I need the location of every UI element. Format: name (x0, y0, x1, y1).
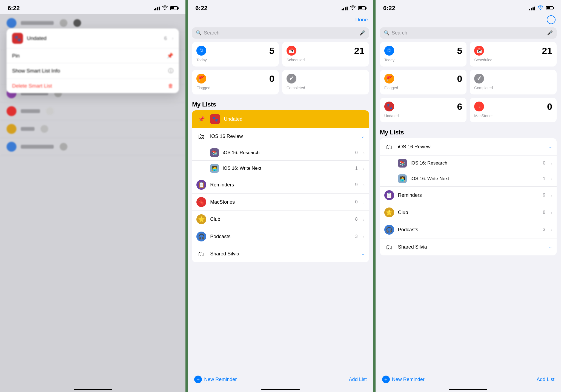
context-count: 6 (164, 35, 167, 41)
scheduled-icon-3: 📅 (474, 46, 484, 56)
podcasts-name-2: Podcasts (210, 234, 351, 240)
wifi-icon-3 (537, 5, 543, 11)
ios16review-item-2[interactable]: 🗂 iOS 16 Review ⌄ (192, 128, 369, 145)
blurred-background: 🐾 Undated 6 › Pin 📌 Show Smart List Info… (0, 14, 185, 389)
research-item-3[interactable]: 📚 iOS 16: Research 0 › (380, 155, 557, 171)
macstories-count-card-3: 0 (547, 102, 552, 111)
podcasts-chevron-2: › (363, 234, 365, 239)
club-count-2: 8 (355, 217, 357, 222)
ios16-icon-3: 🗂 (384, 142, 394, 152)
time-1: 6:22 (8, 5, 20, 12)
panel-3-header: ··· (376, 14, 561, 25)
pin-icon-undated-2: 📌 (196, 114, 206, 124)
mic-icon-3[interactable]: 🎤 (547, 30, 553, 36)
writenext-item-2[interactable]: 🧑‍💻 iOS 16: Write Next 1 › (192, 161, 369, 176)
my-lists-title-2: My Lists (188, 100, 373, 110)
context-menu-card: 🐾 Undated 6 › Pin 📌 Show Smart List Info… (7, 28, 179, 93)
flagged-label-2: Flagged (196, 86, 274, 90)
lists-section-3: 🗂 iOS 16 Review ⌄ 📚 iOS 16: Research 0 ›… (376, 138, 561, 372)
search-bar-2[interactable]: 🔍 Search 🎤 (192, 27, 369, 39)
add-list-button-2[interactable]: Add List (349, 377, 367, 382)
today-label-3: Today (384, 58, 462, 62)
sharedsilvia-chevron-3: ⌄ (549, 244, 552, 249)
card-today-3[interactable]: 🗓 5 Today (380, 42, 467, 67)
today-icon-3: 🗓 (384, 46, 394, 56)
time-2: 6:22 (195, 5, 207, 12)
highlighted-undated-2[interactable]: 📌 🐾 Undated (192, 110, 369, 128)
card-flagged-3[interactable]: 🚩 0 Flagged (380, 70, 467, 94)
ios16-chevron-3: ⌄ (549, 144, 552, 149)
search-bar-3[interactable]: 🔍 Search 🎤 (380, 27, 557, 39)
home-indicator-1 (74, 389, 112, 390)
writenext-icon-3: 🧑‍💻 (398, 174, 407, 183)
signal-icon-2 (342, 6, 348, 10)
reminders-item-2[interactable]: 📋 Reminders 9 › (192, 176, 369, 194)
grid-row-1-3: 🗓 5 Today 📅 21 Scheduled (380, 42, 557, 67)
macstories-chevron-2: › (363, 200, 365, 204)
sharedsilvia-item-3[interactable]: 🗂 Shared Silvia ⌄ (380, 238, 557, 255)
card-flagged-2[interactable]: 🚩 0 Flagged (192, 70, 279, 94)
context-pin-item[interactable]: Pin 📌 (7, 48, 179, 63)
card-undated-3[interactable]: 🐾 6 Undated (380, 98, 467, 122)
sharedsilvia-item-2[interactable]: 🗂 Shared Silvia ⌄ (192, 245, 369, 262)
sharedsilvia-name-3: Shared Silvia (398, 244, 545, 250)
card-scheduled-3[interactable]: 📅 21 Scheduled (470, 42, 557, 67)
undated-icon-2: 🐾 (210, 114, 220, 124)
card-today-2[interactable]: 🗓 5 Today (192, 42, 279, 67)
grid-section-2: 🗓 5 Today 📅 21 Scheduled 🚩 0 Flagged (188, 42, 373, 98)
sharedsilvia-name-2: Shared Silvia (210, 251, 357, 257)
add-list-button-3[interactable]: Add List (537, 377, 554, 382)
status-bar-1: 6:22 (0, 0, 185, 14)
info-icon: ⓘ (168, 67, 173, 74)
writenext-count-2: 1 (355, 166, 358, 171)
delete-label: Delete Smart List (12, 83, 52, 89)
reminders-icon-2: 📋 (196, 180, 206, 190)
macstories-icon-card-3: 🔖 (474, 102, 484, 111)
ios16-name-3: iOS 16 Review (398, 144, 545, 150)
completed-icon-2: ✓ (287, 74, 296, 83)
trash-icon: 🗑 (168, 83, 173, 89)
home-indicator-2 (261, 389, 300, 390)
research-chevron-3: › (551, 161, 552, 166)
new-reminder-plus-icon-2: + (194, 376, 202, 383)
ios16-icon-2: 🗂 (196, 131, 206, 141)
context-header: 🐾 Undated 6 › (7, 28, 179, 48)
card-macstories-3[interactable]: 🔖 0 MacStories (470, 98, 557, 122)
club-item-3[interactable]: ⭐ Club 8 › (380, 204, 557, 221)
battery-icon-3 (546, 6, 553, 10)
ios16review-item-3[interactable]: 🗂 iOS 16 Review ⌄ (380, 138, 557, 155)
card-scheduled-2[interactable]: 📅 21 Scheduled (282, 42, 369, 67)
lists-container-3: 🗂 iOS 16 Review ⌄ 📚 iOS 16: Research 0 ›… (380, 138, 557, 255)
grid-row-1-2: 🗓 5 Today 📅 21 Scheduled (192, 42, 369, 67)
new-reminder-button-3[interactable]: + New Reminder (382, 376, 425, 383)
reminders-name-3: Reminders (398, 192, 539, 198)
battery-icon-2 (358, 6, 366, 10)
podcasts-item-2[interactable]: 🎧 Podcasts 3 › (192, 228, 369, 245)
club-item-2[interactable]: ⭐ Club 8 › (192, 211, 369, 228)
macstories-label-card-3: MacStories (474, 114, 552, 118)
podcasts-item-3[interactable]: 🎧 Podcasts 3 › (380, 221, 557, 238)
podcasts-name-3: Podcasts (398, 227, 539, 233)
context-delete-item[interactable]: Delete Smart List 🗑 (7, 79, 179, 93)
macstories-item-2[interactable]: 🔖 MacStories 0 › (192, 194, 369, 211)
sharedsilvia-icon-2: 🗂 (196, 249, 206, 259)
pin-icon: 📌 (167, 53, 173, 59)
context-info-item[interactable]: Show Smart List Info ⓘ (7, 63, 179, 79)
writenext-item-3[interactable]: 🧑‍💻 iOS 16: Write Next 1 › (380, 171, 557, 187)
mic-icon-2[interactable]: 🎤 (359, 30, 365, 36)
grid-row-2-3: 🚩 0 Flagged ✓ Completed (380, 70, 557, 94)
sharedsilvia-icon-3: 🗂 (384, 242, 394, 252)
done-button[interactable]: Done (355, 17, 368, 23)
research-item-2[interactable]: 📚 iOS 16: Research 0 › (192, 145, 369, 161)
club-chevron-2: › (363, 217, 365, 222)
card-completed-2[interactable]: ✓ Completed (282, 70, 369, 94)
today-icon-2: 🗓 (196, 46, 206, 56)
research-name-3: iOS 16: Research (411, 160, 539, 166)
wifi-icon-2 (350, 5, 356, 11)
macstories-name-2: MacStories (210, 199, 351, 205)
new-reminder-button-2[interactable]: + New Reminder (194, 376, 237, 383)
more-button-3[interactable]: ··· (547, 15, 556, 24)
completed-label-2: Completed (287, 86, 365, 90)
card-completed-3[interactable]: ✓ Completed (470, 70, 557, 94)
reminders-item-3[interactable]: 📋 Reminders 9 › (380, 187, 557, 204)
